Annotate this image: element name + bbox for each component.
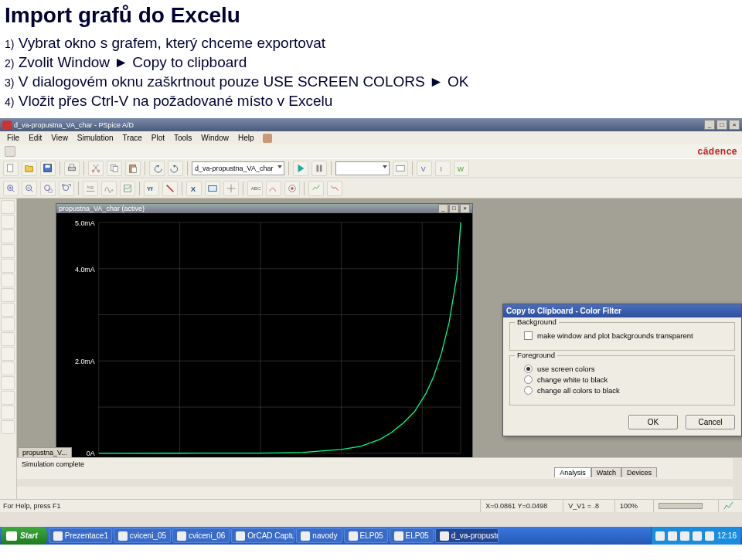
vt-12[interactable] <box>1 361 15 375</box>
mark-button[interactable] <box>266 181 281 196</box>
fft-button[interactable] <box>101 181 117 196</box>
chart-titlebar[interactable]: propustna_VA_char (active) _ □ × <box>56 204 472 213</box>
white-to-black-radio[interactable] <box>524 375 533 384</box>
task-elp05b[interactable]: ELP05 <box>390 528 434 543</box>
edit-sim-button[interactable] <box>393 161 408 176</box>
menu-plot[interactable]: Plot <box>148 133 168 143</box>
cut-button[interactable] <box>88 161 104 176</box>
meas-button[interactable] <box>205 181 220 196</box>
task-navody[interactable]: navody <box>296 528 342 543</box>
menu-window[interactable]: Window <box>197 133 233 143</box>
zoom-area-button[interactable] <box>40 181 56 196</box>
undo-button[interactable] <box>149 161 165 176</box>
menu-tools[interactable]: Tools <box>170 133 196 143</box>
tray-icon-2[interactable] <box>668 531 677 541</box>
chart-close-button[interactable]: × <box>460 204 470 213</box>
vt-9[interactable] <box>1 317 15 331</box>
help-icon[interactable] <box>263 134 272 143</box>
redo-button[interactable] <box>168 161 183 176</box>
trace-color-button[interactable] <box>162 181 178 196</box>
task-orcad[interactable]: OrCAD Capture CIS <box>231 528 294 543</box>
probe-i-button[interactable]: I <box>435 161 451 176</box>
chart-minimize-button[interactable]: _ <box>438 204 448 213</box>
menu-trace[interactable]: Trace <box>119 133 146 143</box>
output-tab[interactable]: propustna_V... <box>18 447 72 457</box>
task-elp05a[interactable]: ELP05 <box>344 528 388 543</box>
chart-plot-area[interactable]: 5.0mA 4.0mA 2.0mA 0A 0V 200mV 400mV 600m… <box>56 213 472 486</box>
eval-button[interactable]: Yf <box>144 181 159 196</box>
vt-3[interactable] <box>1 229 15 243</box>
tray-icon-4[interactable] <box>693 531 702 541</box>
vt-11[interactable] <box>1 347 15 361</box>
task-pspice[interactable]: d_va-propustna... <box>435 528 499 543</box>
analysis-tab[interactable]: Analysis <box>554 467 591 477</box>
copy-to-clipboard-dialog[interactable]: Copy to Clipboard - Color Filter Backgro… <box>502 304 742 436</box>
save-button[interactable] <box>40 161 56 176</box>
vt-15[interactable] <box>1 406 15 419</box>
copy-button[interactable] <box>107 161 122 176</box>
log-x-button[interactable]: log <box>83 181 98 196</box>
h-scrollbar[interactable] <box>17 479 742 487</box>
menu-help[interactable]: Help <box>234 133 258 143</box>
clock[interactable]: 12:16 <box>717 531 737 540</box>
zoom-out-button[interactable] <box>22 181 37 196</box>
chart-window[interactable]: propustna_VA_char (active) _ □ × <box>56 203 473 485</box>
close-button[interactable]: × <box>729 120 740 130</box>
tray-icon-1[interactable] <box>655 531 665 541</box>
run-button[interactable] <box>293 161 308 176</box>
maximize-button[interactable]: □ <box>716 120 727 130</box>
system-tray[interactable]: 12:16 <box>651 527 740 545</box>
profile-dropdown[interactable]: d_va-propustna_VA_char <box>192 161 284 175</box>
use-screen-colors-radio[interactable] <box>524 365 533 373</box>
dialog-titlebar[interactable]: Copy to Clipboard - Color Filter <box>503 304 741 317</box>
app-titlebar[interactable]: d_va-propustna_VA_char - PSpice A/D _ □ … <box>0 118 742 131</box>
open-button[interactable] <box>22 161 37 176</box>
vt-5[interactable] <box>1 259 15 273</box>
menu-edit[interactable]: Edit <box>25 133 46 143</box>
vt-16[interactable] <box>1 420 15 434</box>
transparent-bg-checkbox[interactable] <box>524 331 533 340</box>
pause-button[interactable] <box>311 161 327 176</box>
chart-maximize-button[interactable]: □ <box>449 204 459 213</box>
asc-button[interactable] <box>308 181 324 196</box>
vt-6[interactable] <box>1 273 15 287</box>
perf-button[interactable] <box>120 181 135 196</box>
cancel-button[interactable]: Cancel <box>686 415 735 429</box>
watch-tab[interactable]: Watch <box>591 467 621 477</box>
devices-tab[interactable]: Devices <box>621 467 657 477</box>
vt-10[interactable] <box>1 332 15 346</box>
vt-4[interactable] <box>1 244 15 258</box>
toolbar-handle-icon[interactable] <box>5 146 15 157</box>
probe-v-button[interactable]: V <box>417 161 432 176</box>
menu-view[interactable]: View <box>47 133 72 143</box>
task-cviceni05[interactable]: cviceni_05 <box>114 528 171 543</box>
vt-13[interactable] <box>1 376 15 390</box>
vt-1[interactable] <box>1 200 15 214</box>
zoom-in-button[interactable] <box>3 181 19 196</box>
menu-simulation[interactable]: Simulation <box>73 133 117 143</box>
v-scrollbar[interactable] <box>733 458 742 499</box>
task-prezentace1[interactable]: Prezentace1 <box>49 528 112 543</box>
mark-x-button[interactable]: X <box>186 181 202 196</box>
vt-8[interactable] <box>1 303 15 317</box>
all-to-black-radio[interactable] <box>524 386 533 395</box>
menu-file[interactable]: File <box>3 133 23 143</box>
new-button[interactable] <box>3 161 19 176</box>
zoom-fit-button[interactable] <box>59 181 74 196</box>
start-button[interactable]: Start <box>2 527 47 545</box>
tray-icon-3[interactable] <box>680 531 689 541</box>
vt-14[interactable] <box>1 391 15 405</box>
minimize-button[interactable]: _ <box>704 120 715 130</box>
text-tool-button[interactable]: ABC <box>247 181 263 196</box>
vt-2[interactable] <box>1 215 15 229</box>
vt-7[interactable] <box>1 288 15 302</box>
task-cviceni06[interactable]: cviceni_06 <box>172 528 230 543</box>
print-button[interactable] <box>64 161 80 176</box>
paste-button[interactable] <box>125 161 141 176</box>
volume-icon[interactable] <box>705 531 714 541</box>
probe-w-button[interactable]: W <box>454 161 469 176</box>
ok-button[interactable]: OK <box>628 415 678 429</box>
cursor-button[interactable] <box>223 181 239 196</box>
goal-button[interactable] <box>284 181 300 196</box>
sim-dropdown[interactable] <box>335 161 390 175</box>
